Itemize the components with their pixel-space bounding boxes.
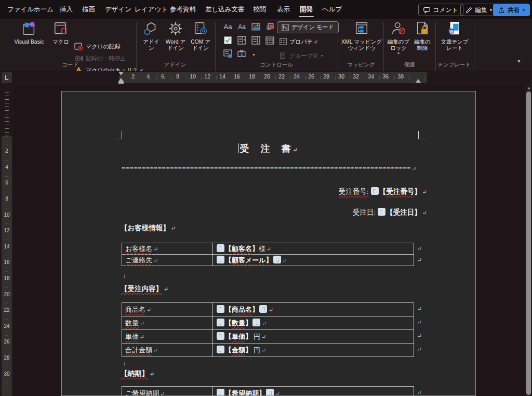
cell-label[interactable]: 商品名: [125, 306, 145, 313]
com-addins-button[interactable]: COM アドイン: [189, 21, 212, 60]
tab-review[interactable]: 校閲: [252, 0, 267, 19]
content-control-handle[interactable]: [217, 256, 224, 263]
building-block-control-button[interactable]: [264, 22, 275, 32]
content-control-handle[interactable]: [266, 389, 274, 396]
order-date-control[interactable]: 受注日: [393, 208, 415, 216]
rich-text-control-button[interactable]: Aa: [222, 22, 233, 32]
properties-button[interactable]: プロパティ: [280, 36, 318, 47]
checkbox-control-button[interactable]: [222, 35, 233, 45]
repeating-section-control-button[interactable]: [222, 49, 233, 59]
document-template-button[interactable]: W 文書テンプレート: [438, 21, 471, 60]
divider-line[interactable]: ========================================…: [122, 164, 427, 173]
table-row[interactable]: 合計金額↵ 【金額】 円↵: [122, 344, 414, 357]
order-number-control[interactable]: 受注番号: [386, 188, 414, 195]
content-control-handle[interactable]: [217, 244, 224, 252]
tab-stop-selector[interactable]: L: [2, 72, 12, 83]
section-heading-customer[interactable]: 【お客様情報】↵: [121, 223, 176, 233]
tab-developer[interactable]: 開発: [299, 0, 314, 19]
group-label-mapping: マッピング: [347, 61, 375, 69]
ruler-number: 26: [4, 338, 9, 345]
combo-box-control-button[interactable]: [236, 35, 247, 45]
tab-help[interactable]: ヘルプ: [321, 0, 343, 19]
tab-layout[interactable]: レイアウト: [134, 0, 169, 19]
horizontal-ruler[interactable]: L 2 4 6 8 10 12 14 16 18 20 22 24 26 28 …: [0, 71, 532, 85]
tab-view[interactable]: 表示: [276, 0, 291, 19]
content-control-handle[interactable]: [217, 319, 224, 326]
document-page[interactable]: 受 注 書↵ =================================…: [61, 91, 476, 396]
table-row[interactable]: ご連絡先↵ 【顧客メール】↵: [122, 255, 414, 266]
plain-text-control-button[interactable]: Aa: [236, 22, 247, 32]
content-control-handle[interactable]: [217, 389, 224, 396]
dropdown-list-control-button[interactable]: [250, 35, 261, 45]
cell-label[interactable]: ご連絡先: [125, 256, 152, 264]
table-row[interactable]: 数量↵ 【数量】↵: [122, 316, 414, 330]
customer-name-control[interactable]: 顧客名: [232, 245, 252, 253]
content-control-handle[interactable]: [273, 256, 281, 263]
content-control-handle[interactable]: [378, 208, 385, 216]
tab-home[interactable]: ホーム: [33, 0, 55, 19]
ruler-number: 8: [5, 195, 8, 202]
order-number-line[interactable]: 受注番号: 【受注番号】↵: [122, 187, 427, 196]
macros-button[interactable]: マクロ: [50, 21, 72, 60]
tab-mailings[interactable]: 差し込み文書: [204, 0, 246, 19]
legacy-tools-chevron-icon[interactable]: ▾: [248, 50, 259, 60]
vertical-ruler[interactable]: 2 4 6 8 10 12 14 16 18 20 22 24 26 28 30: [0, 85, 14, 396]
visual-basic-button[interactable]: Visual Basic: [10, 21, 48, 60]
right-indent-marker[interactable]: [416, 79, 421, 83]
comments-button[interactable]: コメント: [418, 4, 463, 16]
tab-references[interactable]: 参考資料: [169, 0, 197, 19]
tab-file[interactable]: ファイル: [6, 0, 35, 19]
quantity-control[interactable]: 数量: [232, 319, 245, 327]
xml-mapping-pane-button[interactable]: XML マッピング ウィンドウ: [340, 21, 383, 60]
content-control-handle[interactable]: [259, 305, 267, 313]
document-title[interactable]: 受 注 書↵: [62, 142, 475, 155]
product-name-control[interactable]: 商品名: [232, 306, 252, 313]
table-row[interactable]: 単価↵ 【単価】 円↵: [122, 330, 414, 344]
hanging-indent-marker[interactable]: [118, 78, 124, 82]
content-control-handle[interactable]: [217, 346, 224, 353]
cell-label[interactable]: 合計金額: [125, 346, 152, 354]
tab-design[interactable]: デザイン: [104, 0, 132, 19]
date-picker-control-button[interactable]: [264, 35, 275, 45]
customer-info-table[interactable]: お客様名↵ 【顧客名】様↵ ご連絡先↵ 【顧客メール】↵: [122, 243, 414, 266]
table-row[interactable]: お客様名↵ 【顧客名】様↵: [122, 243, 414, 255]
design-mode-toggle[interactable]: デザイン モード: [277, 21, 339, 33]
legacy-tools-button[interactable]: [236, 49, 247, 59]
delivery-table[interactable]: ご希望納期↵ 【希望納期】↵: [122, 386, 414, 396]
share-button[interactable]: 共有 ▾: [493, 4, 530, 16]
table-row[interactable]: ご希望納期↵ 【希望納期】↵: [122, 387, 414, 396]
first-line-indent-marker[interactable]: [118, 72, 124, 75]
cell-label[interactable]: 数量: [125, 319, 139, 327]
content-control-handle[interactable]: [371, 187, 379, 195]
addins-button[interactable]: アドイン: [141, 21, 161, 60]
restrict-editing-button[interactable]: 編集の制限: [411, 21, 433, 60]
order-number-label: 受注番号:: [339, 188, 369, 195]
cell-label[interactable]: お客様名: [125, 245, 152, 253]
section-heading-order[interactable]: 【受注内容】↵: [121, 284, 168, 294]
collapse-ribbon-chevron-icon[interactable]: ▾: [517, 58, 521, 64]
unit-price-control[interactable]: 単価: [232, 333, 245, 340]
order-details-table[interactable]: 商品名↵ 【商品名】↵ 数量↵ 【数量】↵ 単価↵ 【単価】 円↵ 合計金額↵ …: [122, 302, 414, 357]
record-macro-button[interactable]: マクロの記録: [74, 41, 121, 51]
table-row[interactable]: 商品名↵ 【商品名】↵: [122, 303, 414, 316]
content-control-handle[interactable]: [252, 319, 260, 326]
cell-label[interactable]: ご希望納期: [125, 389, 159, 396]
content-control-handle[interactable]: [217, 332, 224, 340]
word-addins-button[interactable]: Word アドイン: [163, 21, 188, 60]
picture-control-button[interactable]: [250, 22, 261, 32]
cell-label[interactable]: 単価: [125, 333, 139, 340]
content-control-handle[interactable]: [217, 305, 224, 313]
section-heading-delivery[interactable]: 【納期】↵: [121, 369, 154, 378]
left-indent-marker[interactable]: [118, 82, 124, 84]
tab-draw[interactable]: 描画: [81, 0, 96, 19]
scroll-up-arrow[interactable]: ▲: [527, 86, 531, 90]
editing-mode-button[interactable]: 編集 ▾: [460, 4, 497, 16]
total-amount-control[interactable]: 金額: [232, 346, 245, 354]
block-authors-button[interactable]: 編集のブロック ▾: [387, 21, 410, 60]
order-date-line[interactable]: 受注日: 【受注日】↵: [122, 208, 427, 217]
tab-insert[interactable]: 挿入: [59, 0, 74, 19]
scrollbar-thumb[interactable]: [526, 91, 531, 395]
desired-delivery-control[interactable]: 希望納期: [232, 389, 259, 396]
vertical-scrollbar[interactable]: ▲: [525, 85, 532, 396]
customer-email-control[interactable]: 顧客メール: [232, 256, 266, 264]
